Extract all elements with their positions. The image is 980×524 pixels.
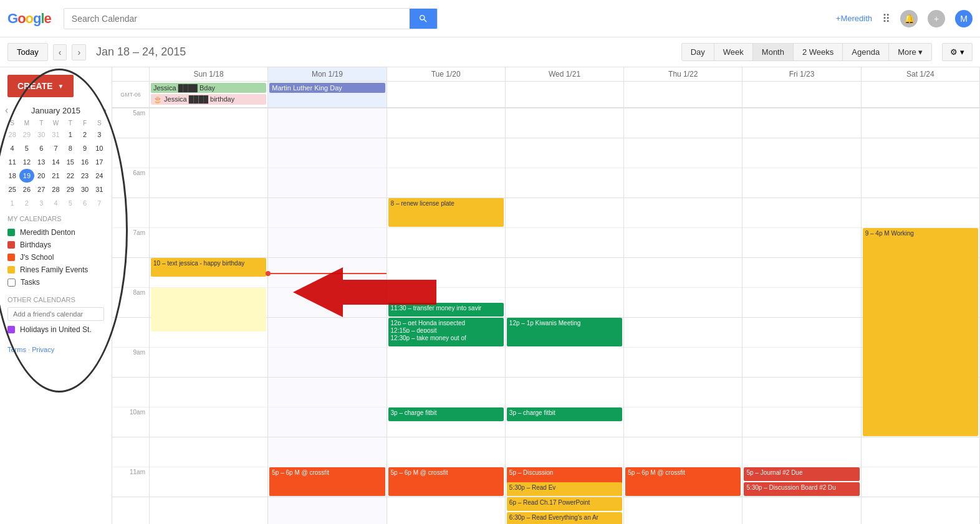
mini-cal-day[interactable]: 15 (63, 155, 77, 169)
calendar-event[interactable]: 5:30p – Read Ev (507, 482, 622, 496)
add-friend-input[interactable] (7, 307, 104, 321)
mini-cal-day[interactable]: 1 (5, 196, 19, 210)
half-slot[interactable] (742, 378, 860, 407)
half-slot[interactable] (150, 138, 267, 168)
mini-cal-day[interactable]: 11 (5, 155, 19, 169)
calendar-event[interactable]: 5p – 6p M @ crossfit (269, 467, 385, 496)
half-slot[interactable] (387, 437, 505, 467)
half-slot[interactable] (742, 258, 860, 288)
half-slot[interactable] (268, 138, 386, 168)
hour-slot[interactable] (742, 288, 860, 318)
day-header[interactable]: Wed 1/21 (506, 67, 624, 81)
apps-icon[interactable]: ⠿ (882, 12, 890, 26)
mini-cal-day[interactable]: 25 (5, 183, 19, 196)
half-slot[interactable] (624, 138, 742, 168)
hour-slot[interactable] (387, 108, 505, 138)
hour-slot[interactable] (506, 108, 623, 138)
mini-cal-day[interactable]: 19 (19, 169, 34, 183)
hour-slot[interactable] (742, 168, 860, 198)
half-slot[interactable] (268, 378, 386, 407)
hour-slot[interactable] (150, 467, 267, 497)
mini-cal-day[interactable]: 4 (5, 141, 19, 155)
mini-cal-day[interactable]: 21 (49, 169, 63, 183)
hour-slot[interactable] (624, 228, 742, 258)
hour-slot[interactable] (150, 228, 267, 258)
avatar[interactable]: M (955, 10, 973, 27)
mini-cal-day[interactable]: 18 (5, 169, 19, 183)
mini-cal-day[interactable]: 10 (92, 141, 107, 155)
view-week[interactable]: Week (714, 44, 753, 60)
terms-link[interactable]: Terms (7, 346, 26, 353)
mini-cal-day[interactable]: 5 (19, 141, 34, 155)
allday-event[interactable]: Martin Luther King Day (269, 83, 385, 93)
mini-cal-day[interactable]: 31 (92, 183, 107, 196)
half-slot[interactable] (268, 198, 386, 228)
calendar-event[interactable]: 5p – Discussion (507, 467, 622, 481)
hour-slot[interactable] (268, 168, 386, 198)
half-slot[interactable] (624, 318, 742, 348)
mini-cal-day[interactable]: 30 (77, 183, 92, 196)
calendar-event[interactable]: 3p – charge fitbit (507, 407, 622, 421)
half-slot[interactable] (624, 378, 742, 407)
tasks-checkbox[interactable] (7, 279, 16, 287)
hour-slot[interactable] (506, 288, 623, 318)
half-slot[interactable] (742, 198, 860, 228)
mini-cal-day[interactable]: 12 (19, 155, 34, 169)
calendar-event[interactable]: 10 – text jessica - happy birthday (151, 258, 266, 277)
hour-slot[interactable] (862, 467, 979, 497)
mini-cal-day[interactable]: 3 (92, 128, 107, 141)
mini-cal-day[interactable]: 9 (77, 141, 92, 155)
mini-cal-day[interactable]: 28 (49, 183, 63, 196)
allday-event[interactable]: 🎂 Jessica ████ birthday (151, 94, 266, 105)
calendar-item[interactable]: Meredith Denton (7, 226, 104, 239)
hour-slot[interactable] (742, 228, 860, 258)
mini-cal-day[interactable]: 3 (34, 196, 49, 210)
mini-cal-day[interactable]: 29 (19, 128, 34, 141)
hour-slot[interactable] (624, 288, 742, 318)
half-slot[interactable] (150, 497, 267, 524)
half-slot[interactable] (862, 437, 979, 467)
hour-slot[interactable] (150, 348, 267, 378)
hour-slot[interactable] (862, 168, 979, 198)
create-button[interactable]: CREATE ▼ (7, 75, 74, 97)
view-day[interactable]: Day (682, 44, 714, 60)
calendar-event[interactable]: 12p – 1p Kiwanis Meeting (507, 318, 622, 346)
mini-cal-day[interactable]: 6 (34, 141, 49, 155)
calendar-event[interactable]: 11:30 – transfer money into savir (388, 303, 504, 317)
calendar-event[interactable]: 6:30p – Read Everything's an Ar (507, 512, 622, 524)
search-button[interactable] (410, 9, 437, 29)
half-slot[interactable] (387, 258, 505, 288)
half-slot[interactable] (268, 437, 386, 467)
half-slot[interactable] (506, 437, 623, 467)
view-more[interactable]: More ▾ (889, 44, 931, 60)
hour-slot[interactable] (268, 108, 386, 138)
mini-cal-day[interactable]: 14 (49, 155, 63, 169)
mini-cal-day[interactable]: 28 (5, 128, 19, 141)
half-slot[interactable] (862, 138, 979, 168)
day-header[interactable]: Thu 1/22 (624, 67, 742, 81)
calendar-event[interactable]: 6p – Read Ch.17 PowerPoint (507, 497, 622, 511)
hour-slot[interactable] (150, 168, 267, 198)
mini-cal-day[interactable]: 27 (34, 183, 49, 196)
hour-slot[interactable] (624, 168, 742, 198)
mini-cal-day[interactable]: 4 (49, 196, 63, 210)
day-header[interactable]: Fri 1/23 (742, 67, 861, 81)
mini-cal-day[interactable]: 13 (34, 155, 49, 169)
calendar-event[interactable]: 9 – 4p M Working (863, 228, 978, 436)
settings-button[interactable]: ⚙ ▾ (942, 43, 973, 61)
hour-slot[interactable] (387, 348, 505, 378)
mini-cal-next[interactable]: › (103, 105, 107, 116)
half-slot[interactable] (862, 497, 979, 524)
hour-slot[interactable] (387, 168, 505, 198)
view-2weeks[interactable]: 2 Weeks (794, 44, 843, 60)
mini-cal-day[interactable]: 23 (77, 169, 92, 183)
mini-cal-day[interactable]: 5 (63, 196, 77, 210)
user-label[interactable]: +Meredith (836, 14, 872, 23)
allday-event[interactable]: Jessica ████ Bday (151, 83, 266, 93)
half-slot[interactable] (742, 497, 860, 524)
half-slot[interactable] (506, 378, 623, 407)
search-input[interactable] (64, 9, 410, 29)
calendar-item[interactable]: Tasks (7, 276, 104, 288)
hour-slot[interactable] (624, 407, 742, 437)
other-calendar-item[interactable]: Holidays in United St. (7, 323, 104, 336)
